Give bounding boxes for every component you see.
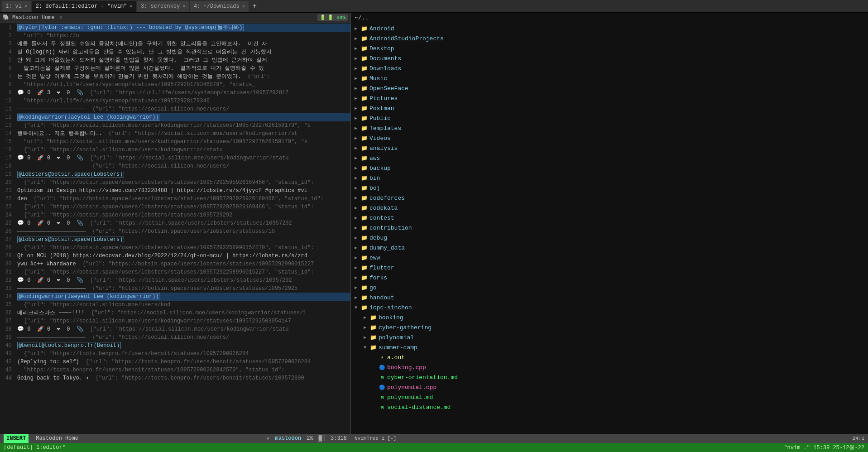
tab-2-close[interactable]: ✕ xyxy=(129,3,133,9)
tree-arrow-analysis[interactable]: ▶ xyxy=(355,144,361,153)
window-close-button[interactable]: ✕ xyxy=(59,14,62,21)
tree-item-polynomial[interactable]: ▶ 📁polynomial xyxy=(351,333,868,343)
tree-arrow-Music[interactable]: ▶ xyxy=(355,74,361,83)
tab-4[interactable]: 4: ~/Downloads ✕ xyxy=(190,1,249,12)
tree-arrow-Pictures[interactable]: ▶ xyxy=(355,94,361,103)
tree-arrow-debug[interactable]: ▶ xyxy=(355,234,361,243)
tree-item-Postman[interactable]: ▶ 📁Postman xyxy=(351,104,868,114)
scroll-indicator: ▓░ xyxy=(319,435,325,442)
tab-3-close[interactable]: ✕ xyxy=(182,3,186,9)
tree-item-summer-camp[interactable]: ▼ 📁summer-camp xyxy=(351,343,868,353)
tree-folder-label: Desktop xyxy=(369,44,394,53)
folder-icon: 📁 xyxy=(361,214,368,223)
tree-arrow-cyber-gathering[interactable]: ▶ xyxy=(364,323,370,332)
tree-item-Desktop[interactable]: ▶ 📁Desktop xyxy=(351,44,868,54)
tree-item-polynomial-cpp[interactable]: 🔵polynomial.cpp xyxy=(351,383,868,393)
tree-item-codeforces[interactable]: ▶ 📁codeforces xyxy=(351,193,868,203)
tree-arrow-Documents[interactable]: ▶ xyxy=(355,54,361,63)
tree-item-dummy-data[interactable]: ▶ 📁dummy_data xyxy=(351,243,868,253)
tree-arrow-Android[interactable]: ▶ xyxy=(355,24,361,34)
tree-item-social-distance-md[interactable]: Msocial-distance.md xyxy=(351,403,868,413)
tree-item-eww[interactable]: ▶ 📁eww xyxy=(351,253,868,263)
editor-content[interactable]: 1234567891011121314151617181920212223242… xyxy=(0,23,350,434)
tree-item-contest[interactable]: ▶ 📁contest xyxy=(351,213,868,223)
tree-arrow-contribution[interactable]: ▶ xyxy=(355,224,361,233)
tree-arrow-forks[interactable]: ▶ xyxy=(355,274,361,283)
tree-item-Public[interactable]: ▶ 📁Public xyxy=(351,114,868,124)
tree-arrow-go[interactable]: ▶ xyxy=(355,284,361,293)
tab-4-label: 4: ~/Downloads xyxy=(194,3,240,10)
folder-icon: 📁 xyxy=(361,154,368,163)
tree-item-debug[interactable]: ▶ 📁debug xyxy=(351,233,868,243)
tree-arrow-backup[interactable]: ▶ xyxy=(355,164,361,173)
tree-arrow-codeforces[interactable]: ▶ xyxy=(355,194,361,203)
tree-item-OpenSeeFace[interactable]: ▶ 📁OpenSeeFace xyxy=(351,84,868,94)
tree-item-go[interactable]: ▶ 📁go xyxy=(351,283,868,293)
tree-item-contribution[interactable]: ▶ 📁contribution xyxy=(351,223,868,233)
file-tree-panel: ~/.. ▶ 📁Android▶ 📁AndroidStudioProjects▶… xyxy=(351,13,868,443)
tree-item-Templates[interactable]: ▶ 📁Templates xyxy=(351,124,868,134)
window-title: Mastodon Home xyxy=(12,14,55,21)
tree-arrow-polynomial[interactable]: ▶ xyxy=(364,333,370,342)
tab-1[interactable]: 1: vi ✕ xyxy=(2,1,31,12)
tree-arrow-contest[interactable]: ▶ xyxy=(355,214,361,223)
status-indicator: ⚡ xyxy=(266,435,269,442)
tree-item-bin[interactable]: ▶ 📁bin xyxy=(351,173,868,183)
file-tree-content[interactable]: ▶ 📁Android▶ 📁AndroidStudioProjects▶ 📁Des… xyxy=(351,22,868,434)
tree-item-Music[interactable]: ▶ 📁Music xyxy=(351,74,868,84)
tree-item-Videos[interactable]: ▶ 📁Videos xyxy=(351,134,868,144)
tree-item-cyber-gathering[interactable]: ▶ 📁cyber-gathering xyxy=(351,323,868,333)
tree-item-boj[interactable]: ▶ 📁boj xyxy=(351,183,868,193)
tree-arrow-summer-camp[interactable]: ▼ xyxy=(364,343,370,352)
tree-arrow-Public[interactable]: ▶ xyxy=(355,114,361,123)
tree-item-handout[interactable]: ▶ 📁handout xyxy=(351,293,868,303)
tree-item-Android[interactable]: ▶ 📁Android xyxy=(351,24,868,34)
tab-2[interactable]: 2: default:1:editor - "nvim" ✕ xyxy=(32,1,136,12)
tree-item-icpc-sinchon[interactable]: ▼ 📁icpc-sinchon xyxy=(351,303,868,313)
tree-item-cyber-orientation-md[interactable]: Mcyber-orientation.md xyxy=(351,373,868,383)
tree-arrow-OpenSeeFace[interactable]: ▶ xyxy=(355,84,361,93)
folder-icon: 📁 xyxy=(361,94,368,103)
tree-arrow-Desktop[interactable]: ▶ xyxy=(355,44,361,53)
tree-item-analysis[interactable]: ▶ 📁analysis xyxy=(351,144,868,154)
tree-item-Documents[interactable]: ▶ 📁Documents xyxy=(351,54,868,64)
tree-arrow-bin[interactable]: ▶ xyxy=(355,174,361,183)
tree-item-Pictures[interactable]: ▶ 📁Pictures xyxy=(351,94,868,104)
tree-arrow-Videos[interactable]: ▶ xyxy=(355,134,361,143)
tree-arrow-handout[interactable]: ▶ xyxy=(355,293,361,303)
tree-item-aws[interactable]: ▶ 📁aws xyxy=(351,154,868,163)
tab-1-close[interactable]: ✕ xyxy=(24,3,28,9)
tree-item-booking[interactable]: ▶ 📁booking xyxy=(351,313,868,323)
tree-item-backup[interactable]: ▶ 📁backup xyxy=(351,163,868,173)
tree-arrow-aws[interactable]: ▶ xyxy=(355,154,361,163)
tree-arrow-boj[interactable]: ▶ xyxy=(355,184,361,193)
tab-4-close[interactable]: ✕ xyxy=(242,3,245,9)
tree-arrow-Downloads[interactable]: ▶ xyxy=(355,64,361,73)
tree-item-flutter[interactable]: ▶ 📁flutter xyxy=(351,263,868,273)
tree-arrow-flutter[interactable]: ▶ xyxy=(355,264,361,273)
tab-3[interactable]: 3: screenkey ✕ xyxy=(137,1,189,12)
tree-file-label: polynomial.md xyxy=(387,393,433,402)
tree-arrow-AndroidStudioProjects[interactable]: ▶ xyxy=(355,34,361,43)
tree-arrow-eww[interactable]: ▶ xyxy=(355,254,361,263)
tree-status-line: NvimTree_1 [-] 24:1 xyxy=(351,434,868,443)
new-tab-button[interactable]: + xyxy=(249,2,259,10)
tree-item-codekata[interactable]: ▶ 📁codekata xyxy=(351,203,868,213)
tree-arrow-codekata[interactable]: ▶ xyxy=(355,204,361,213)
tree-root: ~/.. xyxy=(351,13,868,22)
tree-item-booking-cpp[interactable]: 🔵booking.cpp xyxy=(351,363,868,373)
tree-item-Downloads[interactable]: ▶ 📁Downloads xyxy=(351,64,868,74)
folder-icon: 📁 xyxy=(361,244,368,253)
tree-item-forks[interactable]: ▶ 📁forks xyxy=(351,273,868,283)
tree-arrow-Templates[interactable]: ▶ xyxy=(355,124,361,133)
tree-arrow-dummy_data[interactable]: ▶ xyxy=(355,244,361,253)
folder-icon: 📁 xyxy=(361,64,368,73)
tree-folder-label: backup xyxy=(369,164,391,173)
file-icon-cpp: 🔵 xyxy=(379,363,385,372)
tree-arrow-icpc-sinchon[interactable]: ▼ xyxy=(355,303,361,313)
tree-arrow-booking[interactable]: ▶ xyxy=(364,313,370,322)
tree-item-a-out[interactable]: ⚡a.out xyxy=(351,353,868,363)
tree-item-polynomial-md[interactable]: Mpolynomial.md xyxy=(351,393,868,403)
tree-arrow-Postman[interactable]: ▶ xyxy=(355,104,361,113)
tree-item-AndroidStudioProjects[interactable]: ▶ 📁AndroidStudioProjects xyxy=(351,34,868,44)
